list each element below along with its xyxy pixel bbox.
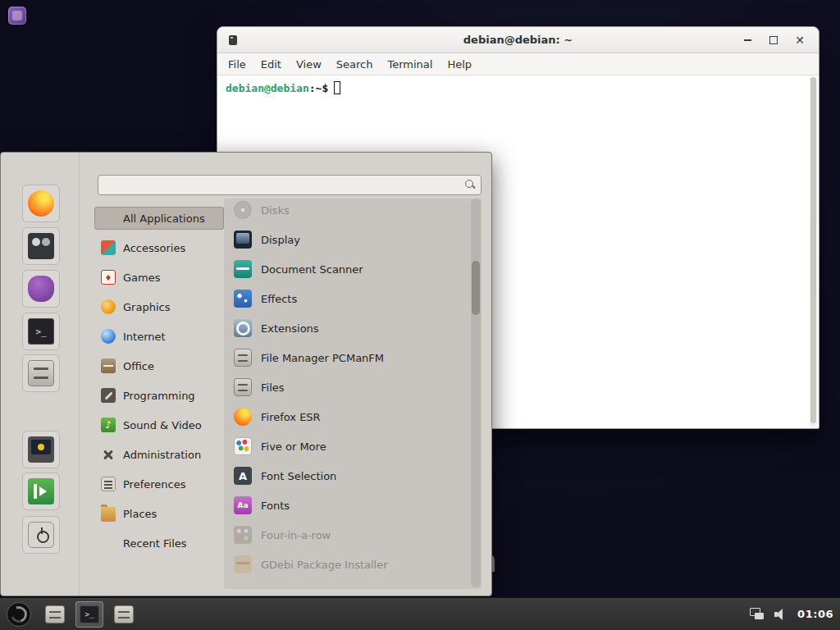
favorite-files-button[interactable]: [22, 354, 60, 392]
menu-terminal[interactable]: Terminal: [380, 55, 440, 74]
four-in-a-row-icon: [234, 526, 252, 544]
power-icon: [28, 522, 54, 548]
menu-view[interactable]: View: [289, 55, 329, 74]
extensions-icon: [234, 319, 252, 337]
taskbar-files-launcher[interactable]: [41, 601, 69, 628]
places-icon: [101, 507, 116, 522]
menu-button[interactable]: [7, 602, 31, 627]
menu-sidebar: [1, 153, 80, 596]
app-document-scanner[interactable]: Document Scanner: [234, 254, 468, 284]
app-disks[interactable]: Disks: [234, 195, 468, 225]
menu-search[interactable]: Search: [329, 55, 381, 74]
network-tray-icon[interactable]: [750, 608, 765, 621]
desktop-shortcut-icon[interactable]: [8, 7, 26, 25]
accessories-icon: [101, 240, 116, 255]
files-icon: [234, 378, 252, 396]
terminal-scrollbar[interactable]: [810, 77, 817, 427]
terminal-launcher-icon: [80, 605, 99, 623]
application-list: Disks Display Document Scanner Effects E…: [234, 195, 468, 591]
app-firefox-esr[interactable]: Firefox ESR: [234, 402, 468, 431]
logout-icon: [28, 478, 54, 504]
file-manager-icon: [28, 360, 54, 386]
app-font-selection[interactable]: Font Selection: [234, 461, 468, 491]
menu-scrollbar[interactable]: [471, 199, 481, 587]
category-places[interactable]: Places: [94, 499, 224, 528]
logout-button[interactable]: [22, 472, 60, 510]
lock-screen-icon: [28, 436, 54, 463]
search-icon: [464, 179, 476, 190]
internet-icon: [101, 329, 116, 344]
shutdown-button[interactable]: [22, 516, 60, 554]
office-icon: [101, 358, 116, 373]
menu-edit[interactable]: Edit: [253, 55, 289, 74]
five-or-more-icon: [234, 437, 252, 455]
prompt-suffix: :~$: [309, 82, 328, 94]
app-files[interactable]: Files: [234, 372, 468, 402]
clock[interactable]: 01:06: [797, 608, 833, 620]
category-office[interactable]: Office: [94, 351, 224, 381]
category-graphics[interactable]: Graphics: [94, 292, 224, 322]
app-gdebi-package-installer[interactable]: GDebi Package Installer: [234, 550, 468, 579]
category-recent-files[interactable]: Recent Files: [94, 528, 224, 558]
category-label: Office: [123, 360, 154, 372]
sound-video-icon: [101, 418, 116, 432]
effects-icon: [234, 290, 252, 308]
favorite-app-button[interactable]: [22, 270, 60, 308]
people-icon: [28, 233, 54, 259]
pcmanfm-icon: [234, 349, 252, 367]
app-effects[interactable]: Effects: [234, 284, 468, 313]
taskbar-filemanager-launcher[interactable]: [110, 601, 138, 628]
category-sound-video[interactable]: Sound & Video: [94, 410, 224, 440]
category-label: Programming: [123, 390, 195, 402]
category-label: Administration: [123, 449, 201, 461]
search-input[interactable]: [98, 175, 482, 195]
category-label: All Applications: [123, 212, 205, 225]
maximize-button[interactable]: [766, 33, 781, 48]
favorite-terminal-button[interactable]: [22, 313, 60, 350]
terminal-titlebar[interactable]: debian@debian: ~ ✕: [217, 27, 819, 53]
category-all-applications[interactable]: All Applications: [94, 207, 224, 230]
fonts-icon: [234, 496, 252, 514]
app-display[interactable]: Display: [234, 225, 468, 254]
taskbar-terminal-launcher[interactable]: [75, 601, 103, 628]
scanner-icon: [234, 260, 252, 278]
programming-icon: [101, 388, 116, 403]
prompt-user-host: debian@debian: [226, 82, 309, 94]
administration-icon: [101, 447, 116, 462]
category-administration[interactable]: Administration: [94, 440, 224, 469]
close-button[interactable]: ✕: [792, 33, 807, 48]
preferences-icon: [101, 477, 116, 491]
terminal-scrollbar-thumb[interactable]: [810, 77, 816, 423]
app-four-in-a-row[interactable]: Four-in-a-row: [234, 520, 468, 550]
window-title: debian@debian: ~: [217, 34, 819, 46]
firefox-icon: [28, 190, 54, 217]
menu-help[interactable]: Help: [440, 55, 479, 74]
category-label: Accessories: [123, 242, 185, 254]
filemanager-launcher-icon: [114, 605, 134, 623]
app-fonts[interactable]: Fonts: [234, 491, 468, 520]
terminal-cursor: [334, 81, 340, 94]
menu-file[interactable]: File: [221, 55, 253, 74]
category-internet[interactable]: Internet: [94, 322, 224, 351]
app-extensions[interactable]: Extensions: [234, 313, 468, 343]
app-five-or-more[interactable]: Five or More: [234, 431, 468, 461]
favorite-firefox-button[interactable]: [22, 185, 60, 222]
terminal-prompt: debian@debian:~$: [226, 81, 810, 94]
firefox-esr-icon: [234, 408, 252, 426]
volume-tray-icon[interactable]: [774, 609, 788, 620]
terminal-icon: [28, 318, 54, 345]
favorite-software-button[interactable]: [22, 227, 60, 265]
app-file-manager-pcmanfm[interactable]: File Manager PCManFM: [234, 343, 468, 372]
category-accessories[interactable]: Accessories: [94, 233, 224, 262]
category-programming[interactable]: Programming: [94, 381, 224, 410]
lock-screen-button[interactable]: [22, 431, 60, 468]
category-label: Internet: [123, 331, 166, 343]
graphics-icon: [101, 299, 116, 314]
category-label: Games: [123, 272, 160, 284]
category-games[interactable]: Games: [94, 262, 224, 292]
minimize-button[interactable]: [740, 33, 755, 48]
category-label: Sound & Video: [123, 419, 202, 431]
package-installer-icon: [234, 555, 252, 573]
menu-scrollbar-thumb[interactable]: [472, 261, 480, 315]
category-preferences[interactable]: Preferences: [94, 469, 224, 499]
